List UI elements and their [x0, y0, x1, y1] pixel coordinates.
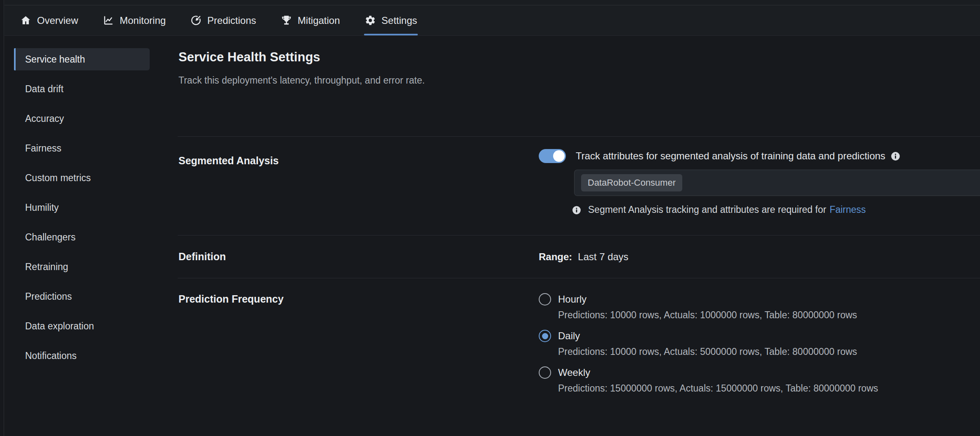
trophy-icon — [281, 15, 292, 26]
left-edge-rail — [0, 0, 4, 436]
predictions-icon — [190, 15, 202, 26]
toggle-label: Track attributes for segmented analysis … — [576, 150, 885, 162]
sidebar-item-accuracy[interactable]: Accuracy — [5, 107, 178, 130]
sidebar-item-retraining[interactable]: Retraining — [5, 256, 178, 278]
sidebar-item-label: Retraining — [25, 261, 68, 273]
sidebar-item-label: Data exploration — [25, 321, 94, 332]
page-subtitle: Track this deployment's latency, through… — [178, 75, 980, 86]
sidebar-item-label: Challengers — [25, 232, 76, 243]
prediction-frequency-heading: Prediction Frequency — [178, 293, 539, 305]
sidebar-item-data-drift[interactable]: Data drift — [5, 78, 178, 100]
sidebar-item-label: Accuracy — [25, 113, 64, 124]
home-icon — [20, 15, 31, 26]
info-icon[interactable] — [890, 151, 901, 161]
radio-description: Predictions: 10000 rows, Actuals: 100000… — [558, 310, 980, 321]
segment-note-text: Segment Analysis tracking and attributes… — [588, 204, 826, 215]
sidebar-item-label: Custom metrics — [25, 173, 91, 184]
toggle-knob — [553, 150, 565, 162]
attribute-tag[interactable]: DataRobot-Consumer — [581, 174, 682, 191]
sidebar-item-notifications[interactable]: Notifications — [5, 345, 178, 367]
sidebar-item-label: Notifications — [25, 350, 76, 361]
tab-label: Settings — [382, 15, 417, 26]
tab-label: Predictions — [207, 15, 256, 26]
radio-circle-icon[interactable] — [539, 330, 551, 342]
sidebar-item-custom-metrics[interactable]: Custom metrics — [5, 167, 178, 189]
sidebar-item-humility[interactable]: Humility — [5, 196, 178, 219]
sidebar-item-label: Fairness — [25, 143, 61, 154]
tab-settings[interactable]: Settings — [365, 5, 417, 35]
radio-label: Weekly — [558, 367, 590, 378]
tab-predictions[interactable]: Predictions — [190, 5, 256, 35]
radio-hourly[interactable]: Hourly — [539, 293, 980, 305]
definition-heading: Definition — [178, 251, 226, 263]
settings-main: Service Health Settings Track this deplo… — [178, 36, 980, 436]
info-icon — [572, 205, 582, 215]
radio-option-daily: Daily Predictions: 10000 rows, Actuals: … — [539, 330, 980, 357]
gear-icon — [365, 15, 376, 26]
tab-label: Monitoring — [120, 15, 166, 26]
radio-option-weekly: Weekly Predictions: 15000000 rows, Actua… — [539, 366, 980, 394]
segmented-analysis-heading: Segmented Analysis — [178, 155, 539, 167]
tab-label: Overview — [37, 15, 78, 26]
radio-label: Hourly — [558, 294, 586, 305]
tab-label: Mitigation — [298, 15, 340, 26]
page-title: Service Health Settings — [178, 50, 980, 65]
section-prediction-frequency: Prediction Frequency Hourly Predictions:… — [178, 278, 980, 415]
radio-weekly[interactable]: Weekly — [539, 366, 980, 379]
segment-attributes-input[interactable]: DataRobot-Consumer — [574, 170, 980, 196]
radio-daily[interactable]: Daily — [539, 330, 980, 342]
sidebar-item-label: Data drift — [25, 84, 63, 95]
app-frame: Overview Monitoring Predictions Mitigati… — [5, 0, 980, 436]
radio-description: Predictions: 10000 rows, Actuals: 500000… — [558, 346, 980, 357]
settings-sidebar: Service health Data drift Accuracy Fairn… — [5, 36, 178, 436]
range-value: Last 7 days — [578, 251, 628, 263]
sidebar-item-data-exploration[interactable]: Data exploration — [5, 315, 178, 337]
section-definition: Definition Range: Last 7 days — [178, 235, 980, 278]
top-strip — [5, 0, 980, 5]
radio-circle-icon[interactable] — [539, 293, 551, 305]
sidebar-item-challengers[interactable]: Challengers — [5, 226, 178, 248]
radio-circle-icon[interactable] — [539, 366, 551, 379]
chart-line-icon — [103, 15, 114, 26]
sidebar-item-label: Humility — [25, 202, 59, 213]
top-nav: Overview Monitoring Predictions Mitigati… — [5, 5, 980, 36]
range-label: Range: — [539, 251, 572, 263]
tab-monitoring[interactable]: Monitoring — [103, 5, 166, 35]
fairness-link[interactable]: Fairness — [829, 204, 866, 215]
sidebar-item-predictions[interactable]: Predictions — [5, 285, 178, 308]
sidebar-item-service-health[interactable]: Service health — [14, 48, 150, 70]
sidebar-item-label: Predictions — [25, 291, 72, 302]
segmented-analysis-toggle[interactable] — [539, 149, 566, 163]
tab-overview[interactable]: Overview — [20, 5, 78, 35]
section-segmented-analysis: Segmented Analysis Track attributes for … — [178, 136, 980, 235]
radio-option-hourly: Hourly Predictions: 10000 rows, Actuals:… — [539, 293, 980, 321]
radio-description: Predictions: 15000000 rows, Actuals: 150… — [558, 383, 980, 394]
tab-mitigation[interactable]: Mitigation — [281, 5, 340, 35]
radio-label: Daily — [558, 330, 580, 342]
sidebar-item-label: Service health — [25, 54, 85, 65]
sidebar-item-fairness[interactable]: Fairness — [5, 137, 178, 159]
